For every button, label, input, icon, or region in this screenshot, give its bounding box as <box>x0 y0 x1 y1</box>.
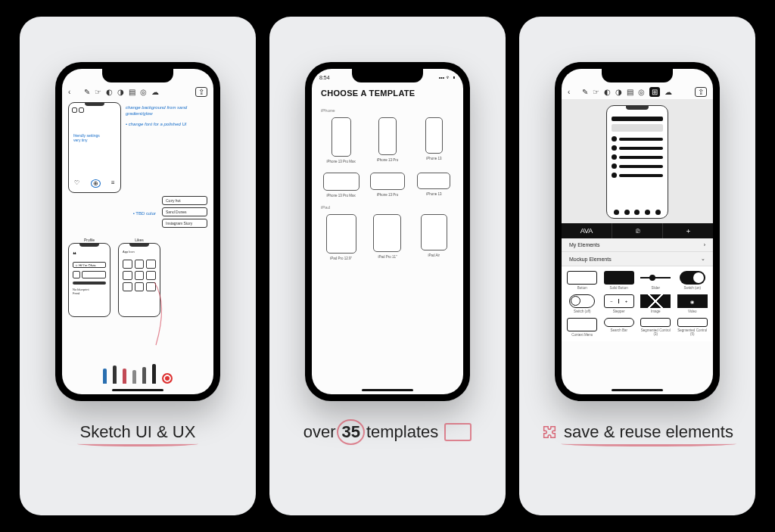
pen-ink[interactable] <box>152 364 156 384</box>
notch <box>352 69 423 82</box>
phone-frame: 8:54 ••• ᯤ ▮ CHOOSE A TEMPLATE iPhone iP… <box>305 62 470 401</box>
pen-tray[interactable] <box>62 358 213 384</box>
element-segmented-3[interactable]: Segmented Control (3) <box>638 316 674 338</box>
share-icon[interactable]: ⇪ <box>695 87 707 97</box>
eraser-icon[interactable]: ◐ <box>604 88 611 96</box>
template-item[interactable]: iPhone 13 Pro <box>367 117 407 163</box>
wireframe-phone-profile[interactable]: ❝ ☺ Hi! I'm Olivia No blueprintFeed <box>68 243 110 317</box>
screen-templates: 8:54 ••• ᯤ ▮ CHOOSE A TEMPLATE iPhone iP… <box>312 69 463 394</box>
back-icon[interactable]: ‹ <box>568 88 570 96</box>
pen-dark[interactable] <box>142 367 146 384</box>
phone-frame: ‹ ✎ ☞ ◐ ◑ ▤ ◎ ☁ ⇪ <box>55 62 220 401</box>
text-icon[interactable]: ▤ <box>627 88 633 96</box>
element-button[interactable]: Button <box>565 269 600 291</box>
list-row[interactable]: Cozy hut <box>162 196 207 205</box>
element-search-bar[interactable]: Search Bar <box>602 316 637 338</box>
pointer-icon[interactable]: ☞ <box>95 88 101 96</box>
contrast-icon[interactable]: ◑ <box>615 88 622 96</box>
wireframe-list[interactable]: Cozy hut Sand Dunes Instagram Story <box>162 196 207 230</box>
notch <box>102 69 173 82</box>
tab-add-icon[interactable]: ＋ <box>663 223 713 238</box>
element-context-menu[interactable]: Context Menu <box>565 316 600 338</box>
pen-blue[interactable] <box>103 369 107 384</box>
home-indicator <box>112 389 163 391</box>
element-video[interactable]: ◉Video <box>675 293 711 315</box>
tab-text[interactable]: AVA <box>562 223 612 238</box>
caption-1: Sketch UI & UX <box>80 422 196 442</box>
pen-grey[interactable] <box>132 370 136 384</box>
phone-frame: ‹ ✎ ☞ ◐ ◑ ▤ ◎ ⊞ ☁ ⇪ <box>555 62 720 401</box>
list-row[interactable]: Sand Dunes <box>162 207 207 216</box>
showcase-stage: ‹ ✎ ☞ ◐ ◑ ▤ ◎ ☁ ⇪ <box>0 0 775 532</box>
editor-toolbar: ‹ ✎ ☞ ◐ ◑ ▤ ◎ ⊞ ☁ ⇪ <box>562 84 713 99</box>
mockup-preview-phone[interactable] <box>606 105 668 219</box>
element-switch-off[interactable]: Switch (off) <box>565 293 600 315</box>
pencil-icon[interactable]: ✎ <box>582 88 588 96</box>
showcase-card-3: ‹ ✎ ☞ ◐ ◑ ▤ ◎ ⊞ ☁ ⇪ <box>519 17 755 515</box>
showcase-card-1: ‹ ✎ ☞ ◐ ◑ ▤ ◎ ☁ ⇪ <box>20 17 256 515</box>
caption-2: over 35 templates <box>303 422 472 442</box>
element-switch-on[interactable]: Switch (on) <box>675 269 711 291</box>
home-indicator <box>612 389 663 391</box>
template-item[interactable]: iPhone 13 Pro <box>367 173 407 198</box>
notch <box>602 69 673 82</box>
wf-label: Profile <box>84 238 95 242</box>
element-stepper[interactable]: −+Stepper <box>602 293 637 315</box>
template-item[interactable]: iPad Pro 12.9" <box>321 214 361 260</box>
template-grid-landscape: iPhone 13 Pro Max iPhone 13 Pro iPhone 1… <box>312 170 463 198</box>
text-icon[interactable]: ▤ <box>129 88 135 96</box>
template-grid-portrait: iPhone 13 Pro Max iPhone 13 Pro iPhone 1… <box>312 114 463 163</box>
caption-3: save & reuse elements <box>541 422 733 442</box>
editor-toolbar: ‹ ✎ ☞ ◐ ◑ ▤ ◎ ☁ ⇪ <box>62 84 213 99</box>
tab-device-icon[interactable]: ⎚ <box>612 223 663 238</box>
wireframe-phone-main[interactable]: friendly settingsvery tiny ♡ ⊕ ≡ <box>68 102 121 193</box>
element-image[interactable]: Image <box>638 293 674 315</box>
showcase-card-2: 8:54 ••• ᯤ ▮ CHOOSE A TEMPLATE iPhone iP… <box>269 17 506 515</box>
shape-icon[interactable]: ◎ <box>140 88 147 96</box>
template-grid-ipad: iPad Pro 12.9" iPad Pro 11" iPad Air <box>312 211 463 260</box>
handwritten-note-2: • change font for a polished UI <box>126 122 207 128</box>
section-my-elements[interactable]: My Elements› <box>562 238 713 252</box>
pencil-icon[interactable]: ✎ <box>84 88 90 96</box>
pointer-icon[interactable]: ☞ <box>593 88 599 96</box>
color-swatch[interactable] <box>162 373 173 384</box>
template-item[interactable]: iPhone 13 <box>414 117 454 163</box>
elements-icon[interactable]: ⊞ <box>649 87 660 97</box>
section-label-iphone: iPhone <box>312 101 463 114</box>
element-slider[interactable]: Slider <box>638 269 674 291</box>
template-picker-title: CHOOSE A TEMPLATE <box>312 82 463 101</box>
contrast-icon[interactable]: ◑ <box>117 88 124 96</box>
template-item[interactable]: iPhone 13 Pro Max <box>321 117 361 163</box>
annotation-rect <box>444 423 472 441</box>
template-item[interactable]: iPad Pro 11" <box>367 214 407 260</box>
canvas-preview[interactable] <box>562 99 713 223</box>
arrow-annotation <box>153 281 176 349</box>
section-mockup-elements[interactable]: Mockup Elements⌄ <box>562 252 713 266</box>
wf-label: Likes <box>135 238 144 242</box>
template-item[interactable]: iPad Air <box>414 214 454 260</box>
screen-elements: ‹ ✎ ☞ ◐ ◑ ▤ ◎ ⊞ ☁ ⇪ <box>562 69 713 394</box>
element-segmented-5[interactable]: Segmented Control (5) <box>675 316 711 338</box>
list-row[interactable]: Instagram Story <box>162 219 207 228</box>
sketch-canvas[interactable]: friendly settingsvery tiny ♡ ⊕ ≡ change … <box>62 99 213 317</box>
template-item[interactable]: iPhone 13 Pro Max <box>321 173 361 198</box>
puzzle-icon <box>541 424 558 440</box>
home-indicator <box>362 389 413 391</box>
element-solid-button[interactable]: Solid Button <box>602 269 637 291</box>
chevron-down-icon: ⌄ <box>701 256 705 262</box>
cloud-icon[interactable]: ☁ <box>665 88 672 96</box>
eraser-icon[interactable]: ◐ <box>106 88 113 96</box>
element-category-tabs[interactable]: AVA ⎚ ＋ <box>562 223 713 238</box>
template-item[interactable]: iPhone 13 <box>414 173 454 198</box>
pen-black[interactable] <box>113 366 117 384</box>
status-icons: ••• ᯤ ▮ <box>439 75 456 80</box>
handwritten-note-1: change background from sand gradient/glo… <box>126 105 207 117</box>
section-label-ipad: iPad <box>312 198 463 211</box>
pen-red[interactable] <box>123 369 126 384</box>
share-icon[interactable]: ⇪ <box>195 87 207 97</box>
screen-sketch: ‹ ✎ ☞ ◐ ◑ ▤ ◎ ☁ ⇪ <box>62 69 213 394</box>
elements-grid: Button Solid Button Slider Switch (on) S… <box>562 266 713 341</box>
shape-icon[interactable]: ◎ <box>638 88 645 96</box>
cloud-icon[interactable]: ☁ <box>151 88 159 96</box>
back-icon[interactable]: ‹ <box>68 88 70 96</box>
